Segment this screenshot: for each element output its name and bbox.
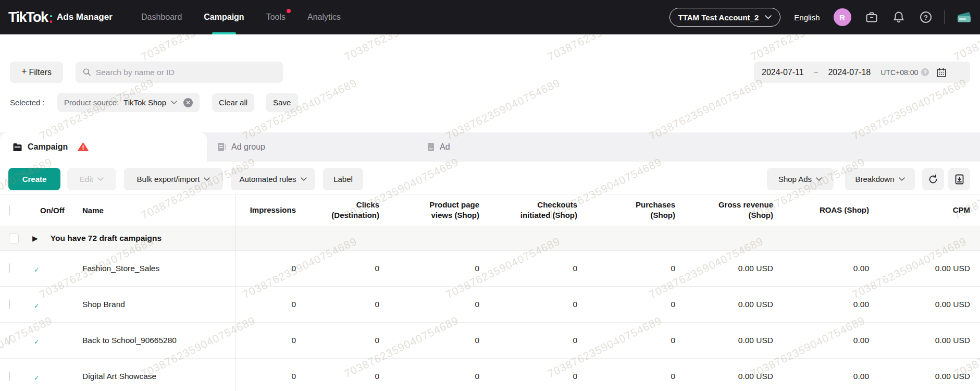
cpm-value: 0.00 USD xyxy=(869,371,970,382)
date-start: 2024-07-11 xyxy=(762,68,804,77)
export-button[interactable] xyxy=(948,168,970,190)
cpm-value: 0.00 USD xyxy=(869,299,970,310)
bulk-export-import-button[interactable]: Bulk export/import xyxy=(124,168,223,190)
save-button[interactable]: Save xyxy=(266,93,298,112)
tab-ad-group[interactable]: Ad group xyxy=(217,132,265,162)
column-header-impressions[interactable]: Impressions xyxy=(235,205,296,215)
clicks-value: 0 xyxy=(296,335,379,346)
draft-campaigns-row[interactable]: ▶ You have 72 draft campaigns xyxy=(0,226,980,251)
nav-item-tools[interactable]: Tools xyxy=(266,0,286,34)
navbar-divider xyxy=(944,10,945,24)
campaign-name[interactable]: Shop Brand xyxy=(71,300,235,309)
tab-ad[interactable]: Ad xyxy=(427,132,450,162)
campaign-name[interactable]: Back to School_90665280 xyxy=(71,336,235,345)
refresh-icon xyxy=(928,174,938,185)
export-file-icon xyxy=(954,174,964,185)
coupon-icon[interactable] xyxy=(955,10,973,25)
remove-filter-icon[interactable]: ✕ xyxy=(183,98,193,107)
roas-value: 0.00 xyxy=(773,263,869,274)
frozen-column-divider xyxy=(235,194,236,391)
calendar-icon xyxy=(936,67,947,78)
table-row[interactable]: ✓ Fashion_Store_Sales 0 0 0 0 0 0.00 USD… xyxy=(0,251,980,287)
plus-icon: + xyxy=(21,66,27,77)
table-header-row: On/Off Name Impressions Clicks (Destinat… xyxy=(0,194,980,226)
draft-row-checkbox[interactable] xyxy=(9,234,19,243)
filters-row: +Filters 2024-07-11 ~ 2024-07-18 UTC+08:… xyxy=(10,62,970,83)
search-input[interactable] xyxy=(96,68,276,77)
chevron-down-icon xyxy=(97,177,104,181)
column-header-purchases[interactable]: Purchases (Shop) xyxy=(577,200,675,221)
avatar[interactable]: R xyxy=(834,8,851,26)
warning-icon[interactable] xyxy=(78,142,89,152)
toggle-check-icon: ✓ xyxy=(31,265,42,275)
navbar-right-cluster: TTAM Test Account_2 English R ? xyxy=(669,0,973,34)
checkouts-value: 0 xyxy=(479,335,577,346)
row-checkbox[interactable] xyxy=(9,371,10,381)
clear-all-button[interactable]: Clear all xyxy=(212,93,254,112)
column-header-checkouts[interactable]: Checkouts initiated (Shop) xyxy=(479,200,577,221)
business-center-icon[interactable] xyxy=(865,10,878,24)
clicks-value: 0 xyxy=(296,263,379,274)
checkouts-value: 0 xyxy=(479,299,577,310)
tab-label: Ad group xyxy=(231,142,265,152)
date-range-picker[interactable]: 2024-07-11 ~ 2024-07-18 UTC+08:00 ? xyxy=(754,62,970,83)
row-checkbox[interactable] xyxy=(9,299,10,309)
column-header-gross-revenue[interactable]: Gross revenue (Shop) xyxy=(675,200,773,221)
tiktok-logo[interactable]: TikTok Ads Manager xyxy=(8,0,113,34)
label-button[interactable]: Label xyxy=(323,168,363,190)
timezone-help-icon[interactable]: ? xyxy=(921,68,929,76)
edit-button[interactable]: Edit xyxy=(67,168,116,190)
impressions-value: 0 xyxy=(235,299,296,310)
chip-value: TikTok Shop xyxy=(123,98,166,107)
checkouts-value: 0 xyxy=(479,371,577,382)
row-checkbox[interactable] xyxy=(9,263,10,273)
select-all-checkbox[interactable] xyxy=(9,205,10,215)
impressions-value: 0 xyxy=(235,263,296,274)
bell-icon[interactable] xyxy=(892,10,905,24)
chevron-down-icon xyxy=(301,177,307,181)
expand-caret-icon[interactable]: ▶ xyxy=(32,234,38,242)
column-header-name[interactable]: Name xyxy=(71,206,235,215)
shop-ads-dropdown[interactable]: Shop Ads xyxy=(767,168,834,190)
column-header-product-page-views[interactable]: Product page views (Shop) xyxy=(379,200,479,221)
tab-campaign[interactable]: Campaign xyxy=(0,132,207,162)
automated-rules-button[interactable]: Automated rules xyxy=(231,168,315,190)
help-icon[interactable]: ? xyxy=(919,10,933,24)
gross-revenue-value: 0.00 USD xyxy=(675,371,773,382)
column-header-on-off[interactable]: On/Off xyxy=(31,206,71,215)
nav-item-campaign[interactable]: Campaign xyxy=(204,0,244,34)
logo-wordmark: TikTok xyxy=(8,9,48,26)
draft-notice: You have 72 draft campaigns xyxy=(51,234,162,243)
product-page-views-value: 0 xyxy=(379,371,479,382)
row-checkbox[interactable] xyxy=(9,335,10,345)
nav-item-analytics[interactable]: Analytics xyxy=(307,0,341,34)
purchases-value: 0 xyxy=(577,299,675,310)
tab-label: Ad xyxy=(440,142,450,152)
cpm-value: 0.00 USD xyxy=(869,263,970,274)
search-box xyxy=(76,62,283,83)
campaign-name[interactable]: Digital Art Showcase xyxy=(71,372,235,381)
language-selector[interactable]: English xyxy=(794,13,820,22)
purchases-value: 0 xyxy=(577,371,675,382)
timezone-label: UTC+08:00 xyxy=(880,68,918,77)
svg-text:?: ? xyxy=(924,14,928,21)
refresh-button[interactable] xyxy=(922,168,944,190)
date-separator: ~ xyxy=(814,68,818,77)
campaign-name[interactable]: Fashion_Store_Sales xyxy=(71,264,235,273)
filter-chip-product-source[interactable]: Product source: TikTok Shop ✕ xyxy=(57,93,200,112)
column-header-clicks[interactable]: Clicks (Destination) xyxy=(296,200,379,221)
table-row[interactable]: ✓ Back to School_90665280 0 0 0 0 0 0.00… xyxy=(0,323,980,359)
toggle-check-icon: ✓ xyxy=(31,373,42,383)
cpm-value: 0.00 USD xyxy=(869,335,970,346)
column-header-roas[interactable]: ROAS (Shop) xyxy=(773,205,869,215)
column-header-cpm[interactable]: CPM xyxy=(869,205,970,215)
entity-tab-bar: Campaign Ad group Ad xyxy=(0,132,980,162)
nav-item-dashboard[interactable]: Dashboard xyxy=(141,0,182,34)
filters-button[interactable]: +Filters xyxy=(10,62,63,83)
table-row[interactable]: ✓ Shop Brand 0 0 0 0 0 0.00 USD 0.00 0.0… xyxy=(0,287,980,323)
account-selector[interactable]: TTAM Test Account_2 xyxy=(669,8,781,27)
create-button[interactable]: Create xyxy=(8,168,60,190)
roas-value: 0.00 xyxy=(773,335,869,346)
breakdown-dropdown[interactable]: Breakdown xyxy=(845,168,915,190)
table-row[interactable]: ✓ Digital Art Showcase 0 0 0 0 0 0.00 US… xyxy=(0,359,980,391)
